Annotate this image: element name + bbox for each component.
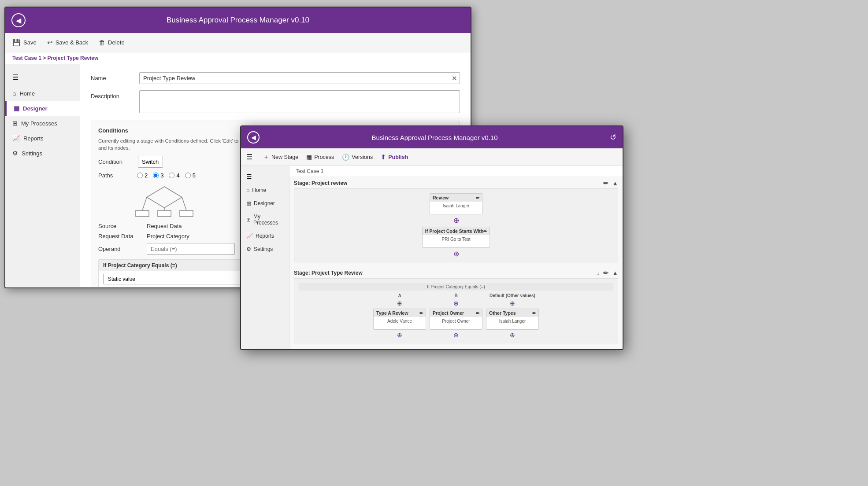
review-node-header: Review ✏ — [430, 194, 482, 202]
source-value: Request Data — [147, 223, 182, 229]
add-below-other-types[interactable]: ⊕ — [510, 331, 515, 339]
stage-project-review: Stage: Project review ✏ ▲ Review ✏ — [289, 177, 623, 267]
edit-project-owner-icon[interactable]: ✏ — [476, 311, 479, 316]
save-back-icon: ↩ — [47, 39, 53, 47]
versions-button[interactable]: 🕐 Versions — [342, 154, 373, 161]
svg-line-3 — [182, 197, 186, 210]
win2-nav-designer[interactable]: ▦ Designer — [241, 197, 289, 210]
edit-other-types-icon[interactable]: ✏ — [532, 311, 536, 316]
stage-header-2: Stage: Project Type Review ↓ ✏ ▲ — [294, 267, 618, 278]
operand-input[interactable] — [147, 243, 235, 255]
add-col-default[interactable]: ⊕ — [510, 300, 515, 307]
publish-icon: ⬆ — [381, 154, 386, 161]
delete-button[interactable]: 🗑 Delete — [99, 39, 125, 46]
switch-columns: A ⊕ Type A Review ✏ Adele Vance — [299, 293, 613, 339]
edit-condition-icon[interactable]: ✏ — [483, 229, 487, 234]
win2-back-button[interactable]: ◀ — [247, 131, 260, 144]
move-down-stage-2-icon[interactable]: ↓ — [597, 269, 600, 276]
path-5[interactable]: 5 — [185, 172, 196, 179]
win1-back-button[interactable]: ◀ — [11, 13, 26, 27]
win2-home-icon: ⌂ — [246, 187, 249, 193]
path-2[interactable]: 2 — [137, 172, 148, 179]
save-back-button[interactable]: ↩ Save & Back — [47, 39, 88, 47]
type-a-header: Type A Review ✏ — [374, 309, 426, 317]
stage-canvas-1: Review ✏ Isaiah Langer ⊕ If Project Code… — [294, 188, 618, 262]
request-data-label: Request Data — [98, 233, 147, 239]
add-below-type-a[interactable]: ⊕ — [397, 331, 402, 339]
switch-condition-header: If Project Category Equals (=) — [299, 283, 613, 291]
versions-icon: 🕐 — [342, 154, 349, 161]
win2-nav-home[interactable]: ⌂ Home — [241, 184, 289, 197]
add-below-project-owner[interactable]: ⊕ — [453, 331, 459, 339]
win2-body: ☰ ⌂ Home ▦ Designer ⊞ My Processes 📈 Rep… — [241, 166, 623, 349]
win2-sidebar-hamburger[interactable]: ☰ — [241, 169, 289, 184]
collapse-stage-2-icon[interactable]: ▲ — [612, 269, 618, 276]
condition-label: Condition — [98, 158, 134, 165]
process-button[interactable]: ▦ Process — [306, 154, 334, 161]
add-col-b[interactable]: ⊕ — [453, 300, 459, 307]
win2-nav-reports[interactable]: 📈 Reports — [241, 229, 289, 243]
stage-header-1: Stage: Project review ✏ ▲ — [294, 177, 618, 188]
win2-nav-my-processes[interactable]: ⊞ My Processes — [241, 210, 289, 229]
win1-toolbar: 💾 Save ↩ Save & Back 🗑 Delete — [5, 33, 471, 52]
edit-stage-2-icon[interactable]: ✏ — [603, 269, 608, 276]
switch-col-a: A ⊕ Type A Review ✏ Adele Vance — [373, 293, 426, 339]
win1-titlebar: ◀ Business Approval Process Manager v0.1… — [5, 7, 471, 33]
stage-test: Stage: Test ↑ ✏ ▲ Final Review ✏ — [289, 348, 623, 349]
sidebar-item-my-processes[interactable]: ⊞ My Processes — [5, 116, 80, 131]
win2-title: Business Approval Process Manager v0.10 — [260, 134, 610, 141]
add-col-a[interactable]: ⊕ — [397, 300, 402, 307]
stage-controls-2: ↓ ✏ ▲ — [597, 269, 618, 276]
sidebar-item-reports[interactable]: 📈 Reports — [5, 131, 80, 146]
source-label: Source — [98, 223, 147, 229]
process-icon: ▦ — [306, 154, 312, 161]
new-stage-icon: ＋ — [263, 153, 269, 161]
add-below-review[interactable]: ⊕ — [453, 217, 459, 224]
path-4[interactable]: 4 — [169, 172, 179, 179]
hamburger-menu[interactable]: ☰ — [5, 69, 80, 86]
type-a-body: Adele Vance — [374, 317, 426, 329]
project-owner-node: Project Owner ✏ Project Owner — [430, 309, 482, 330]
window2: ◀ Business Approval Process Manager v0.1… — [240, 125, 623, 350]
refresh-icon[interactable]: ↺ — [610, 133, 616, 142]
description-input[interactable] — [139, 90, 460, 113]
publish-button[interactable]: ⬆ Publish — [381, 154, 408, 161]
delete-icon: 🗑 — [99, 39, 105, 46]
designer-icon: ▦ — [14, 105, 19, 112]
svg-line-1 — [142, 197, 147, 210]
name-label: Name — [91, 72, 139, 81]
win2-main: Test Case 1 Stage: Project review ✏ ▲ Re… — [289, 166, 623, 349]
other-types-node: Other Types ✏ Isaiah Langer — [486, 309, 539, 330]
win2-nav-settings[interactable]: ⚙ Settings — [241, 243, 289, 256]
edit-type-a-icon[interactable]: ✏ — [419, 311, 423, 316]
operand-label: Operand — [98, 246, 147, 252]
clear-name-icon[interactable]: ✕ — [452, 74, 457, 82]
sidebar-item-settings[interactable]: ⚙ Settings — [5, 146, 80, 161]
new-stage-button[interactable]: ＋ New Stage — [263, 153, 298, 161]
condition-node-body: PRI Go to Test — [423, 235, 490, 247]
svg-marker-0 — [147, 187, 182, 208]
settings-icon: ⚙ — [12, 150, 18, 157]
description-row: Description — [91, 90, 460, 114]
name-input[interactable] — [139, 72, 460, 84]
paths-label: Paths — [98, 172, 134, 179]
save-button[interactable]: 💾 Save — [12, 39, 37, 47]
condition-select[interactable]: Switch — [138, 156, 163, 168]
description-input-wrap — [139, 90, 460, 114]
win2-reports-icon: 📈 — [246, 233, 253, 239]
path-3[interactable]: 3 — [153, 172, 163, 179]
add-below-condition[interactable]: ⊕ — [453, 250, 459, 258]
svg-rect-4 — [136, 210, 149, 217]
edit-stage-1-icon[interactable]: ✏ — [603, 180, 608, 187]
switch-diagram-svg — [134, 183, 195, 218]
other-types-header: Other Types ✏ — [486, 309, 538, 317]
sidebar-item-home[interactable]: ⌂ Home — [5, 86, 80, 101]
condition-node-header: If Project Code Starts With ✏ — [423, 227, 490, 235]
my-processes-icon: ⊞ — [12, 120, 18, 127]
edit-review-icon[interactable]: ✏ — [476, 195, 479, 200]
sidebar-item-designer[interactable]: ▦ Designer — [5, 101, 80, 116]
stage-canvas-2: If Project Category Equals (=) A ⊕ Type … — [294, 278, 618, 343]
win2-hamburger[interactable]: ☰ — [246, 153, 252, 161]
collapse-stage-1-icon[interactable]: ▲ — [612, 180, 618, 187]
name-row: Name ✕ — [91, 72, 460, 84]
